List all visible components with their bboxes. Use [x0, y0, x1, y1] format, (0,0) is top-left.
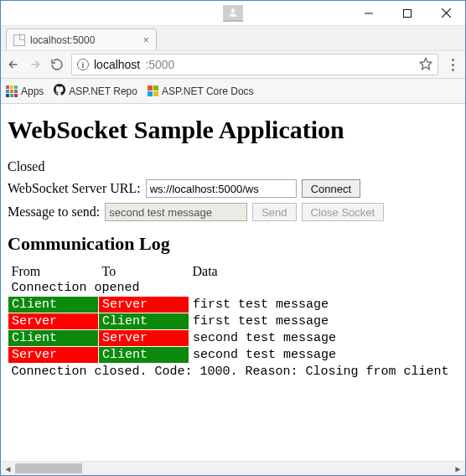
bookmark-label: ASP.NET Repo — [69, 85, 137, 97]
url-host: localhost — [94, 58, 140, 71]
tab-close-icon[interactable]: × — [142, 34, 149, 45]
window-maximize-button[interactable] — [388, 1, 427, 25]
close-socket-button: Close Socket — [302, 203, 385, 221]
tab-strip: localhost:5000 × — [1, 26, 465, 50]
bookmark-aspnet-core-docs[interactable]: ASP.NET Core Docs — [148, 85, 254, 97]
send-button: Send — [252, 203, 296, 221]
scroll-right-button[interactable]: ► — [451, 462, 465, 475]
svg-marker-5 — [420, 58, 431, 69]
from-cell: Server — [8, 313, 99, 330]
address-bar[interactable]: i localhost:5000 — [71, 54, 438, 75]
to-cell: Server — [99, 330, 189, 347]
horizontal-scrollbar[interactable]: ◄ ► — [1, 461, 465, 475]
page-content: WebSocket Sample Application Closed WebS… — [1, 104, 465, 461]
from-cell: Client — [8, 297, 99, 313]
table-row: Client Server second test message — [8, 330, 459, 347]
page-title: WebSocket Sample Application — [8, 116, 458, 144]
browser-tab[interactable]: localhost:5000 × — [6, 28, 157, 50]
log-opened: Connection opened — [8, 280, 459, 297]
browser-menu-button[interactable] — [445, 59, 460, 71]
message-input — [105, 203, 247, 221]
col-from: From — [8, 263, 99, 280]
table-row: Server Client second test message — [8, 347, 459, 364]
col-to: To — [99, 263, 189, 280]
back-button[interactable] — [6, 57, 21, 72]
server-url-input[interactable] — [146, 179, 297, 198]
col-data: Data — [189, 263, 459, 280]
connection-status: Closed — [8, 159, 458, 174]
microsoft-icon — [148, 85, 158, 96]
window-minimize-button[interactable] — [350, 1, 388, 25]
from-cell: Client — [8, 330, 99, 347]
data-cell: first test message — [189, 313, 459, 330]
forward-button — [28, 57, 43, 72]
url-rest: :5000 — [145, 58, 174, 71]
file-icon — [13, 34, 25, 46]
window-close-button[interactable] — [427, 1, 465, 25]
svg-point-0 — [231, 8, 236, 13]
profile-avatar[interactable] — [223, 5, 243, 22]
connect-button[interactable]: Connect — [302, 179, 360, 198]
bookmark-label: ASP.NET Core Docs — [162, 85, 254, 97]
github-icon — [54, 84, 65, 98]
scroll-thumb[interactable] — [15, 463, 82, 473]
scroll-left-button[interactable]: ◄ — [1, 462, 15, 475]
svg-rect-2 — [404, 9, 412, 17]
data-cell: second test message — [189, 330, 459, 347]
data-cell: second test message — [189, 347, 459, 364]
apps-icon — [6, 85, 18, 97]
bookmark-star-icon[interactable] — [419, 57, 432, 73]
to-cell: Client — [99, 313, 189, 330]
bookmarks-bar: Apps ASP.NET Repo ASP.NET Core Docs — [1, 79, 465, 104]
reload-button[interactable] — [49, 57, 65, 72]
window-titlebar — [1, 1, 465, 26]
log-heading: Communication Log — [8, 233, 458, 255]
log-opened-row: Connection opened — [8, 280, 459, 297]
url-row: WebSocket Server URL: Connect — [8, 179, 458, 198]
table-row: Server Client first test message — [8, 313, 459, 330]
to-cell: Client — [99, 347, 189, 364]
communication-log-table: From To Data Connection opened Client Se… — [8, 263, 458, 380]
log-closed-row: Connection closed. Code: 1000. Reason: C… — [8, 364, 459, 380]
new-tab-button[interactable] — [162, 34, 179, 49]
apps-label: Apps — [21, 85, 44, 97]
data-cell: first test message — [189, 297, 459, 313]
log-header-row: From To Data — [8, 263, 459, 280]
apps-shortcut[interactable]: Apps — [6, 85, 44, 97]
log-closed: Connection closed. Code: 1000. Reason: C… — [8, 364, 459, 380]
message-label: Message to send: — [8, 204, 100, 220]
bookmark-aspnet-repo[interactable]: ASP.NET Repo — [54, 84, 137, 98]
to-cell: Server — [99, 297, 189, 313]
browser-toolbar: i localhost:5000 — [1, 50, 465, 79]
table-row: Client Server first test message — [8, 297, 459, 313]
from-cell: Server — [8, 347, 99, 364]
scroll-track[interactable] — [15, 462, 451, 475]
site-info-icon[interactable]: i — [77, 59, 89, 70]
message-row: Message to send: Send Close Socket — [8, 203, 458, 221]
tab-title: localhost:5000 — [30, 34, 95, 46]
url-label: WebSocket Server URL: — [8, 181, 141, 196]
